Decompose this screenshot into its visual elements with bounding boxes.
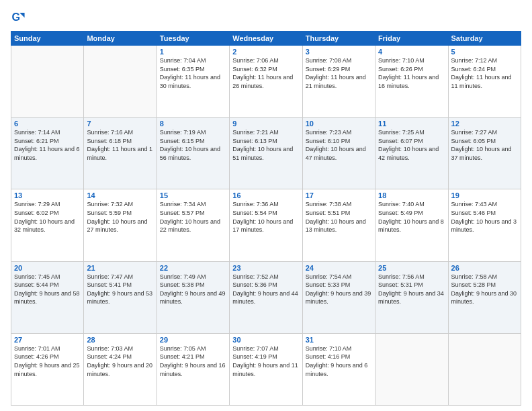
- calendar-header-friday: Friday: [375, 32, 448, 46]
- day-info: Sunrise: 7:07 AM Sunset: 4:19 PM Dayligh…: [232, 345, 299, 378]
- calendar-week-3: 13Sunrise: 7:29 AM Sunset: 6:02 PM Dayli…: [11, 189, 521, 261]
- calendar-cell: 20Sunrise: 7:45 AM Sunset: 5:44 PM Dayli…: [11, 261, 84, 333]
- calendar-cell: 15Sunrise: 7:34 AM Sunset: 5:57 PM Dayli…: [157, 189, 229, 261]
- day-number: 22: [160, 264, 226, 272]
- calendar-cell: [84, 46, 157, 118]
- calendar-week-2: 6Sunrise: 7:14 AM Sunset: 6:21 PM Daylig…: [11, 118, 521, 189]
- day-number: 16: [232, 191, 299, 199]
- day-number: 17: [306, 191, 372, 199]
- day-number: 9: [232, 120, 299, 128]
- calendar-cell: 7Sunrise: 7:16 AM Sunset: 6:18 PM Daylig…: [84, 118, 157, 189]
- day-info: Sunrise: 7:23 AM Sunset: 6:10 PM Dayligh…: [306, 128, 372, 162]
- day-number: 13: [14, 191, 81, 199]
- day-info: Sunrise: 7:14 AM Sunset: 6:21 PM Dayligh…: [14, 128, 81, 162]
- calendar-cell: 29Sunrise: 7:05 AM Sunset: 4:21 PM Dayli…: [157, 333, 229, 405]
- day-info: Sunrise: 7:10 AM Sunset: 6:26 PM Dayligh…: [378, 56, 445, 90]
- day-number: 29: [160, 336, 226, 344]
- calendar-cell: 1Sunrise: 7:04 AM Sunset: 6:35 PM Daylig…: [157, 46, 229, 118]
- day-info: Sunrise: 7:40 AM Sunset: 5:49 PM Dayligh…: [378, 200, 445, 234]
- day-number: 27: [14, 336, 81, 344]
- logo: G: [11, 11, 27, 26]
- day-number: 6: [14, 120, 81, 128]
- day-info: Sunrise: 7:19 AM Sunset: 6:15 PM Dayligh…: [160, 128, 226, 162]
- day-info: Sunrise: 7:27 AM Sunset: 6:05 PM Dayligh…: [451, 128, 518, 162]
- calendar-header-monday: Monday: [84, 32, 157, 46]
- calendar-cell: 8Sunrise: 7:19 AM Sunset: 6:15 PM Daylig…: [157, 118, 229, 189]
- calendar-cell: 13Sunrise: 7:29 AM Sunset: 6:02 PM Dayli…: [11, 189, 84, 261]
- day-number: 30: [232, 336, 299, 344]
- calendar-cell: 11Sunrise: 7:25 AM Sunset: 6:07 PM Dayli…: [375, 118, 448, 189]
- day-info: Sunrise: 7:29 AM Sunset: 6:02 PM Dayligh…: [14, 200, 81, 234]
- day-number: 26: [451, 264, 518, 272]
- day-info: Sunrise: 7:32 AM Sunset: 5:59 PM Dayligh…: [87, 200, 153, 234]
- day-number: 12: [451, 120, 518, 128]
- day-info: Sunrise: 7:45 AM Sunset: 5:44 PM Dayligh…: [14, 273, 81, 306]
- calendar-header-sunday: Sunday: [11, 32, 84, 46]
- day-number: 20: [14, 264, 81, 272]
- day-number: 23: [232, 264, 299, 272]
- calendar-cell: 21Sunrise: 7:47 AM Sunset: 5:41 PM Dayli…: [84, 261, 157, 333]
- day-info: Sunrise: 7:49 AM Sunset: 5:38 PM Dayligh…: [160, 273, 226, 306]
- day-number: 4: [378, 48, 445, 56]
- day-number: 25: [378, 264, 445, 272]
- day-number: 14: [87, 191, 153, 199]
- calendar-cell: [448, 333, 521, 405]
- calendar-cell: 17Sunrise: 7:38 AM Sunset: 5:51 PM Dayli…: [302, 189, 375, 261]
- day-info: Sunrise: 7:38 AM Sunset: 5:51 PM Dayligh…: [306, 200, 372, 234]
- calendar-header-tuesday: Tuesday: [157, 32, 229, 46]
- svg-marker-1: [19, 13, 24, 17]
- day-number: 7: [87, 120, 153, 128]
- svg-text:G: G: [11, 11, 20, 23]
- day-info: Sunrise: 7:43 AM Sunset: 5:46 PM Dayligh…: [451, 200, 518, 234]
- calendar-cell: 2Sunrise: 7:06 AM Sunset: 6:32 PM Daylig…: [230, 46, 302, 118]
- day-number: 2: [232, 48, 299, 56]
- calendar-header-row: SundayMondayTuesdayWednesdayThursdayFrid…: [11, 32, 521, 46]
- day-number: 5: [451, 48, 518, 56]
- day-number: 18: [378, 191, 445, 199]
- calendar-cell: 9Sunrise: 7:21 AM Sunset: 6:13 PM Daylig…: [230, 118, 302, 189]
- day-info: Sunrise: 7:25 AM Sunset: 6:07 PM Dayligh…: [378, 128, 445, 162]
- calendar-week-4: 20Sunrise: 7:45 AM Sunset: 5:44 PM Dayli…: [11, 261, 521, 333]
- day-number: 21: [87, 264, 153, 272]
- day-info: Sunrise: 7:05 AM Sunset: 4:21 PM Dayligh…: [160, 345, 226, 378]
- header: G: [11, 11, 521, 26]
- calendar-week-5: 27Sunrise: 7:01 AM Sunset: 4:26 PM Dayli…: [11, 333, 521, 405]
- calendar-cell: 4Sunrise: 7:10 AM Sunset: 6:26 PM Daylig…: [375, 46, 448, 118]
- logo-icon: G: [11, 11, 26, 26]
- day-info: Sunrise: 7:16 AM Sunset: 6:18 PM Dayligh…: [87, 128, 153, 162]
- calendar-cell: 19Sunrise: 7:43 AM Sunset: 5:46 PM Dayli…: [448, 189, 521, 261]
- calendar-week-1: 1Sunrise: 7:04 AM Sunset: 6:35 PM Daylig…: [11, 46, 521, 118]
- calendar-cell: 28Sunrise: 7:03 AM Sunset: 4:24 PM Dayli…: [84, 333, 157, 405]
- day-number: 11: [378, 120, 445, 128]
- calendar-cell: 24Sunrise: 7:54 AM Sunset: 5:33 PM Dayli…: [302, 261, 375, 333]
- calendar-cell: 3Sunrise: 7:08 AM Sunset: 6:29 PM Daylig…: [302, 46, 375, 118]
- day-info: Sunrise: 7:12 AM Sunset: 6:24 PM Dayligh…: [451, 56, 518, 90]
- day-number: 8: [160, 120, 226, 128]
- day-info: Sunrise: 7:04 AM Sunset: 6:35 PM Dayligh…: [160, 56, 226, 90]
- calendar-cell: [375, 333, 448, 405]
- day-info: Sunrise: 7:34 AM Sunset: 5:57 PM Dayligh…: [160, 200, 226, 234]
- calendar-cell: 26Sunrise: 7:58 AM Sunset: 5:28 PM Dayli…: [448, 261, 521, 333]
- calendar-cell: 16Sunrise: 7:36 AM Sunset: 5:54 PM Dayli…: [230, 189, 302, 261]
- day-number: 15: [160, 191, 226, 199]
- day-info: Sunrise: 7:56 AM Sunset: 5:31 PM Dayligh…: [378, 273, 445, 306]
- calendar-cell: 30Sunrise: 7:07 AM Sunset: 4:19 PM Dayli…: [230, 333, 302, 405]
- day-info: Sunrise: 7:03 AM Sunset: 4:24 PM Dayligh…: [87, 345, 153, 378]
- calendar-cell: 10Sunrise: 7:23 AM Sunset: 6:10 PM Dayli…: [302, 118, 375, 189]
- calendar-header-thursday: Thursday: [302, 32, 375, 46]
- day-info: Sunrise: 7:21 AM Sunset: 6:13 PM Dayligh…: [232, 128, 299, 162]
- calendar-cell: 12Sunrise: 7:27 AM Sunset: 6:05 PM Dayli…: [448, 118, 521, 189]
- day-number: 31: [306, 336, 372, 344]
- day-info: Sunrise: 7:47 AM Sunset: 5:41 PM Dayligh…: [87, 273, 153, 306]
- day-info: Sunrise: 7:36 AM Sunset: 5:54 PM Dayligh…: [232, 200, 299, 234]
- calendar-cell: 23Sunrise: 7:52 AM Sunset: 5:36 PM Dayli…: [230, 261, 302, 333]
- day-info: Sunrise: 7:10 AM Sunset: 4:16 PM Dayligh…: [306, 345, 372, 378]
- day-number: 1: [160, 48, 226, 56]
- day-number: 10: [306, 120, 372, 128]
- calendar-cell: 22Sunrise: 7:49 AM Sunset: 5:38 PM Dayli…: [157, 261, 229, 333]
- calendar-header-saturday: Saturday: [448, 32, 521, 46]
- day-info: Sunrise: 7:08 AM Sunset: 6:29 PM Dayligh…: [306, 56, 372, 90]
- calendar-header-wednesday: Wednesday: [230, 32, 302, 46]
- day-number: 28: [87, 336, 153, 344]
- calendar-cell: 27Sunrise: 7:01 AM Sunset: 4:26 PM Dayli…: [11, 333, 84, 405]
